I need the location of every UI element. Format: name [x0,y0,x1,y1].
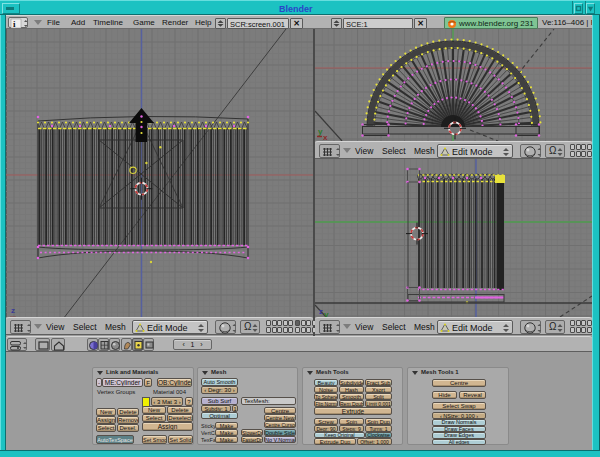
svg-text:x: x [323,133,328,141]
svg-text:y: y [324,310,329,317]
svg-text:z: z [11,306,15,315]
svg-text:z: z [319,307,323,316]
